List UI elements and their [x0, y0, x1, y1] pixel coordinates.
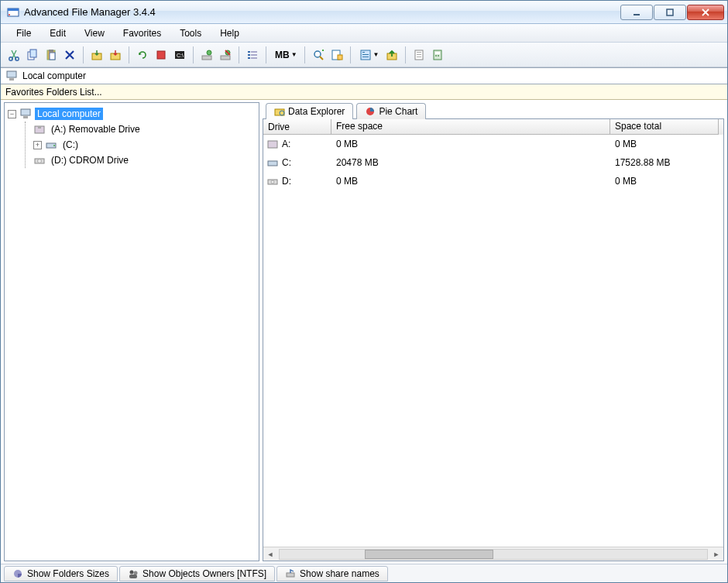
toolbar: C:\ MB▼ ▼	[1, 43, 727, 67]
cell-drive: C:	[282, 157, 291, 168]
up-folder-icon[interactable]	[383, 46, 400, 63]
svg-point-2	[9, 14, 10, 15]
console-icon[interactable]: C:\	[171, 46, 188, 63]
expand-icon[interactable]: +	[33, 141, 42, 149]
column-drive[interactable]: Drive	[263, 119, 331, 135]
stop-icon[interactable]	[153, 46, 170, 63]
calculator-icon[interactable]	[429, 46, 446, 63]
tree-item[interactable]: (A:) Removable Drive	[33, 122, 256, 137]
tab-label: Show share names	[300, 568, 379, 579]
cdrom-drive-icon	[266, 176, 279, 187]
close-button[interactable]	[687, 5, 724, 20]
column-free-space[interactable]: Free space	[331, 119, 610, 135]
report-icon[interactable]	[410, 46, 428, 63]
menu-edit[interactable]: Edit	[40, 26, 75, 41]
cell-total: 17528.88 MB	[610, 157, 719, 168]
svg-rect-40	[435, 52, 440, 54]
tab-object-owners[interactable]: Show Objects Owners [NTFS]	[119, 566, 275, 581]
svg-rect-32	[362, 54, 369, 55]
svg-point-59	[271, 180, 274, 183]
tab-folder-sizes[interactable]: Show Folders Sizes	[4, 566, 118, 581]
svg-rect-8	[30, 50, 36, 57]
scroll-left-icon[interactable]: ◄	[263, 550, 277, 558]
tab-share-names[interactable]: Show share names	[276, 566, 388, 581]
tab-label: Data Explorer	[288, 106, 345, 117]
svg-rect-22	[248, 54, 250, 56]
scroll-track[interactable]	[279, 549, 708, 560]
floppy-drive-icon	[266, 139, 279, 149]
menu-view[interactable]: View	[75, 26, 114, 41]
drive-row[interactable]: D: 0 MB 0 MB	[263, 172, 723, 190]
svg-rect-41	[435, 55, 437, 57]
svg-rect-11	[50, 53, 55, 60]
svg-rect-57	[268, 161, 277, 166]
cell-total: 0 MB	[610, 139, 719, 149]
drive-row[interactable]: C: 20478 MB 17528.88 MB	[263, 153, 723, 172]
hard-drive-icon	[266, 157, 279, 168]
menu-help[interactable]: Help	[211, 26, 249, 41]
map-drive-icon[interactable]	[198, 46, 215, 63]
menubar: File Edit View Favorites Tools Help	[1, 24, 727, 43]
drive-row[interactable]: A: 0 MB 0 MB	[263, 135, 723, 153]
tab-label: Pie Chart	[379, 106, 417, 117]
menu-favorites[interactable]: Favorites	[114, 26, 170, 41]
minimize-button[interactable]	[620, 5, 653, 20]
scroll-right-icon[interactable]: ►	[709, 550, 723, 558]
window-controls	[620, 5, 724, 20]
paste-icon[interactable]	[43, 46, 60, 63]
view-mode-dropdown[interactable]: ▼	[355, 46, 382, 63]
horizontal-scrollbar[interactable]: ◄ ►	[263, 547, 723, 561]
menu-file[interactable]: File	[7, 26, 40, 41]
separator	[304, 46, 305, 63]
users-icon	[128, 568, 139, 579]
share-icon	[285, 568, 296, 579]
copy-icon[interactable]	[24, 46, 41, 63]
list-toggle-icon[interactable]	[244, 46, 261, 63]
favorites-bar[interactable]: Favorites Folders List...	[1, 84, 727, 100]
menu-tools[interactable]: Tools	[170, 26, 211, 41]
tree-item[interactable]: + (C:)	[33, 137, 256, 153]
svg-rect-23	[248, 57, 250, 59]
folder-tree[interactable]: − Local computer (A:) Removable Drive + …	[4, 102, 259, 561]
svg-rect-37	[417, 54, 421, 55]
delete-icon[interactable]	[61, 46, 78, 63]
svg-rect-45	[21, 109, 30, 115]
svg-rect-56	[268, 141, 277, 148]
svg-rect-64	[287, 573, 294, 577]
tree-item-label: (A:) Removable Drive	[49, 123, 143, 135]
cdrom-drive-icon	[33, 155, 46, 166]
computer-icon	[5, 70, 18, 81]
separator	[83, 46, 84, 63]
collapse-icon[interactable]: −	[8, 110, 16, 118]
disconnect-drive-icon[interactable]	[217, 46, 234, 63]
search-icon[interactable]	[310, 46, 327, 63]
copy-to-icon[interactable]	[88, 46, 105, 63]
move-to-icon[interactable]	[107, 46, 124, 63]
cut-icon[interactable]	[5, 46, 22, 63]
size-unit-dropdown[interactable]: MB▼	[271, 46, 300, 63]
bottom-tabs: Show Folders Sizes Show Objects Owners […	[1, 564, 727, 582]
scroll-thumb[interactable]	[365, 550, 493, 559]
tree-item[interactable]: (D:) CDROM Drive	[33, 153, 256, 168]
address-label: Local computer	[22, 70, 86, 81]
tab-pie-chart[interactable]: Pie Chart	[356, 103, 426, 119]
column-space-total[interactable]: Space total	[610, 119, 719, 135]
maximize-button[interactable]	[654, 5, 686, 20]
svg-point-61	[130, 570, 134, 574]
tab-data-explorer[interactable]: Data Explorer	[266, 103, 353, 119]
address-bar[interactable]: Local computer	[1, 67, 727, 84]
right-pane: Data Explorer Pie Chart Drive Free space…	[263, 102, 724, 561]
separator	[129, 46, 129, 63]
svg-text:C:\: C:\	[177, 53, 184, 58]
svg-rect-31	[362, 52, 365, 53]
grid-header: Drive Free space Space total	[263, 119, 723, 135]
cell-free: 20478 MB	[331, 157, 610, 168]
refresh-icon[interactable]	[134, 46, 151, 63]
properties-icon[interactable]	[328, 46, 345, 63]
grid-body[interactable]: A: 0 MB 0 MB C: 20478 MB 17528.88 MB D: …	[263, 135, 723, 547]
separator	[239, 46, 239, 63]
svg-rect-63	[129, 574, 137, 578]
svg-rect-36	[417, 52, 421, 53]
svg-rect-44	[9, 78, 14, 81]
tree-root[interactable]: − Local computer	[8, 106, 256, 122]
